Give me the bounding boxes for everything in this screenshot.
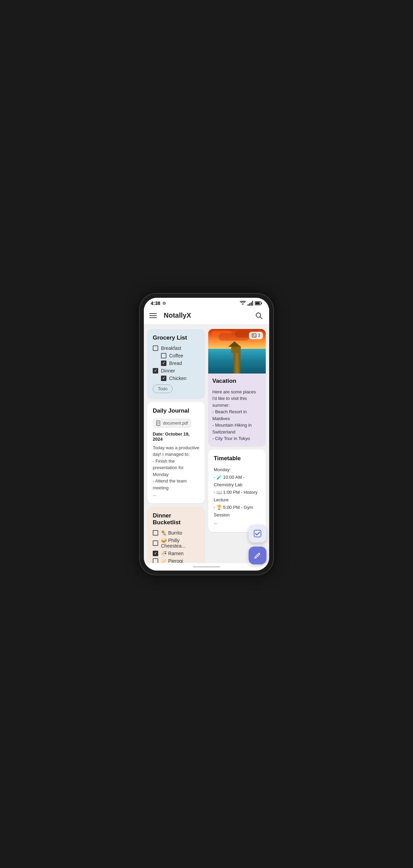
image-icon xyxy=(252,333,256,338)
left-column: Grocery List Breakfast Coffee xyxy=(147,329,205,563)
item-label: Chicken xyxy=(169,376,187,381)
list-item: Dinner xyxy=(153,368,199,374)
checkbox-pierogi[interactable] xyxy=(153,558,158,563)
checkbox-bread[interactable] xyxy=(161,360,166,366)
item-label: 🍜 Ramen xyxy=(161,551,184,556)
item-label: Bread xyxy=(169,360,182,366)
list-item: Chicken xyxy=(161,376,199,381)
pdf-attachment[interactable]: document.pdf xyxy=(153,418,191,428)
timetable-card: Timetable Monday: - 🧪 10:00 AM - Chemist… xyxy=(208,450,266,532)
vacation-body: Vacation Here are some places I'd like t… xyxy=(208,374,266,446)
gear-icon: ⚙ xyxy=(162,301,166,306)
hamburger-menu-icon[interactable] xyxy=(149,313,157,318)
list-item: Coffee xyxy=(161,353,199,358)
svg-rect-14 xyxy=(252,334,256,337)
checkbox-ramen[interactable] xyxy=(153,551,158,556)
item-label: Dinner xyxy=(161,368,175,374)
item-label: 🥪 Philly Cheestea... xyxy=(161,538,199,549)
checkbox-chicken[interactable] xyxy=(161,376,166,381)
item-label: Coffee xyxy=(169,353,183,358)
vacation-text: Here are some places I'd like to visit t… xyxy=(212,389,262,442)
checkbox-coffee[interactable] xyxy=(161,353,166,358)
main-grid: Grocery List Breakfast Coffee xyxy=(147,329,266,563)
phone-shell: 4:38 ⚙ xyxy=(140,294,273,575)
timetable-content: Monday: - 🧪 10:00 AM - Chemistry Lab - 📖… xyxy=(214,466,260,527)
svg-rect-4 xyxy=(252,301,253,306)
svg-rect-7 xyxy=(261,303,262,304)
signal-icon xyxy=(248,301,253,306)
attachment-name: document.pdf xyxy=(163,421,188,426)
grocery-card: Grocery List Breakfast Coffee xyxy=(147,329,205,399)
list-item: 🥟 Pierogi xyxy=(153,558,199,563)
list-item: 🍜 Ramen xyxy=(153,551,199,556)
dinner-title: Dinner Bucketlist xyxy=(153,512,199,526)
battery-icon xyxy=(255,301,262,305)
fab-container xyxy=(249,525,266,564)
list-item: 🌯 Burrito xyxy=(153,530,199,536)
list-item: Breakfast xyxy=(153,345,199,351)
status-time: 4:38 xyxy=(151,301,160,306)
list-item: 🥪 Philly Cheestea... xyxy=(153,538,199,549)
grocery-title: Grocery List xyxy=(153,334,199,341)
grocery-todo-badge[interactable]: Todo xyxy=(153,384,173,393)
svg-rect-3 xyxy=(251,302,252,306)
image-count-badge: 3 xyxy=(249,332,263,339)
checkbox-dinner[interactable] xyxy=(153,368,158,374)
wifi-icon xyxy=(240,301,246,306)
phone-screen: 4:38 ⚙ xyxy=(144,298,269,571)
vacation-card: 3 Vacation Here are some places I'd like… xyxy=(208,329,266,446)
top-app-bar: NotallyX xyxy=(144,307,269,325)
svg-rect-6 xyxy=(255,302,260,304)
app-title: NotallyX xyxy=(164,311,250,319)
item-label: 🥟 Pierogi xyxy=(161,558,183,563)
svg-line-9 xyxy=(260,317,262,319)
timetable-title: Timetable xyxy=(214,455,260,462)
journal-card: Daily Journal document.pdf Date: October… xyxy=(147,402,205,503)
svg-rect-2 xyxy=(249,303,250,306)
status-bar: 4:38 ⚙ xyxy=(144,298,269,307)
document-icon xyxy=(156,420,161,426)
checkbox-breakfast[interactable] xyxy=(153,345,158,351)
search-button[interactable] xyxy=(254,311,264,320)
svg-point-15 xyxy=(253,334,254,335)
item-label: 🌯 Burrito xyxy=(161,530,182,536)
pencil-icon xyxy=(253,551,262,560)
journal-body: Today was a productive day! I managed to… xyxy=(153,444,199,498)
image-count: 3 xyxy=(258,333,260,338)
vacation-title: Vacation xyxy=(212,378,262,384)
journal-title: Daily Journal xyxy=(153,407,199,414)
edit-fab[interactable] xyxy=(249,547,266,564)
vacation-image: 3 xyxy=(208,329,266,374)
item-label: Breakfast xyxy=(161,345,181,351)
list-item: Bread xyxy=(161,360,199,366)
checklist-fab[interactable] xyxy=(249,525,266,542)
check-square-icon xyxy=(253,529,262,538)
checkbox-cheesesteak[interactable] xyxy=(153,540,158,546)
status-icons xyxy=(240,301,262,306)
svg-marker-0 xyxy=(242,304,244,305)
svg-rect-1 xyxy=(248,304,249,306)
home-bar xyxy=(193,566,220,567)
grocery-checklist: Breakfast Coffee Bread xyxy=(153,345,199,381)
dinner-checklist: 🌯 Burrito 🥪 Philly Cheestea... 🍜 Ramen xyxy=(153,530,199,563)
checkbox-burrito[interactable] xyxy=(153,530,158,536)
dinner-card: Dinner Bucketlist 🌯 Burrito 🥪 Philly Che… xyxy=(147,507,205,563)
journal-date: Date: October 19, 2024 xyxy=(153,431,199,442)
